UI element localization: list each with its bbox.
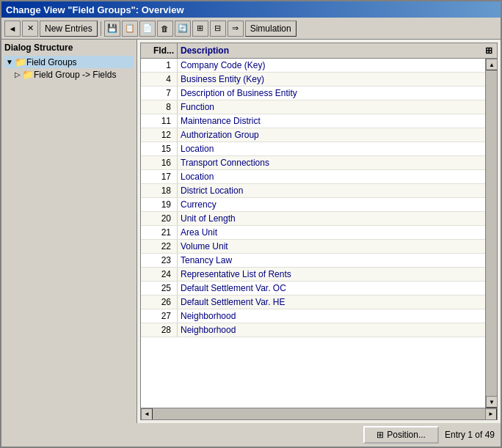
table-row[interactable]: 18District Location (141, 184, 485, 198)
delete-button[interactable]: 🗑 (157, 21, 173, 37)
deselect-button[interactable]: ⊟ (210, 21, 226, 37)
cell-fld: 17 (141, 170, 178, 183)
table-row[interactable]: 17Location (141, 170, 485, 184)
col-header-desc: Description (178, 43, 481, 58)
cell-fld: 15 (141, 142, 178, 155)
table-row[interactable]: 28Neighborhood (141, 323, 485, 337)
table-row[interactable]: 4Business Entity (Key) (141, 73, 485, 87)
position-button[interactable]: ⊞ Position... (363, 426, 439, 444)
hscroll-track[interactable] (153, 408, 485, 420)
cell-fld: 25 (141, 282, 178, 295)
cell-fld: 24 (141, 268, 178, 281)
table-row[interactable]: 24Representative List of Rents (141, 268, 485, 282)
table-row[interactable]: 8Function (141, 100, 485, 114)
sidebar-item-label-2: Field Group -> Fields (34, 70, 116, 80)
new-entries-button[interactable]: New Entries (40, 21, 98, 37)
cell-desc: Neighborhood (178, 309, 485, 323)
table-row[interactable]: 22Volume Unit (141, 240, 485, 254)
cell-desc: Function (178, 100, 485, 114)
cell-desc: Area Unit (178, 226, 485, 239)
refresh-button[interactable]: 🔄 (175, 21, 191, 37)
cell-desc: Company Code (Key) (178, 59, 485, 72)
table-row[interactable]: 25Default Settlement Var. OC (141, 282, 485, 295)
cell-desc: Volume Unit (178, 240, 485, 253)
entry-info: Entry 1 of 49 (445, 430, 495, 440)
tree-indent: ▷ 📁 Field Group -> Fields (13, 68, 134, 81)
sidebar-title: Dialog Structure (4, 43, 134, 53)
cell-desc: Business Entity (Key) (178, 73, 485, 86)
cell-fld: 16 (141, 156, 178, 169)
cell-fld: 21 (141, 226, 178, 239)
back-button[interactable]: ◄ (4, 21, 21, 37)
table-row[interactable]: 12Authorization Group (141, 128, 485, 142)
cell-desc: Representative List of Rents (178, 268, 485, 281)
save-button[interactable]: 💾 (104, 21, 120, 37)
sidebar: Dialog Structure ▼ 📁 Field Groups ▷ 📁 Fi… (1, 40, 137, 423)
select-all-button[interactable]: ⊞ (192, 21, 208, 37)
content-area: Fld... Description ⊞ 1Company Code (Key)… (137, 40, 501, 423)
cell-desc: Description of Business Entity (178, 87, 485, 100)
sidebar-item-field-group-fields[interactable]: ▷ 📁 Field Group -> Fields (13, 68, 134, 81)
cell-desc: Authorization Group (178, 128, 485, 142)
exit-button[interactable]: ✕ (22, 21, 38, 37)
sidebar-item-label-1: Field Groups (26, 57, 77, 67)
paste-button[interactable]: 📄 (139, 21, 156, 37)
cell-desc: Tenancy Law (178, 254, 485, 267)
table-header: Fld... Description ⊞ (141, 43, 497, 59)
scroll-down-button[interactable]: ▼ (486, 396, 497, 408)
toolbar: ◄ ✕ New Entries 💾 📋 📄 🗑 🔄 ⊞ ⊟ ⇒ Simulati… (1, 18, 501, 40)
expand-icon-2: ▷ (15, 70, 21, 78)
cell-desc: Unit of Length (178, 212, 485, 225)
table-settings-icon[interactable]: ⊞ (481, 44, 497, 57)
position-label: Position... (387, 430, 426, 440)
table-row[interactable]: 16Transport Connections (141, 156, 485, 170)
cell-fld: 28 (141, 323, 178, 337)
cell-desc: Neighborhood (178, 323, 485, 337)
position-icon: ⊞ (376, 430, 384, 440)
scroll-right-button[interactable]: ► (485, 408, 497, 420)
expand-icon: ▼ (6, 58, 13, 66)
cell-fld: 12 (141, 128, 178, 142)
cell-desc: Currency (178, 198, 485, 211)
cell-fld: 20 (141, 212, 178, 225)
table-scroll-wrapper: 1Company Code (Key)4Business Entity (Key… (141, 59, 497, 408)
simulation-button[interactable]: Simulation (245, 21, 297, 37)
folder-icon-2: 📁 (22, 69, 34, 80)
table-row[interactable]: 21Area Unit (141, 226, 485, 240)
table-row[interactable]: 27Neighborhood (141, 309, 485, 323)
table-row[interactable]: 20Unit of Length (141, 212, 485, 226)
cell-fld: 7 (141, 87, 178, 100)
cell-desc: Maintenance District (178, 114, 485, 128)
cell-fld: 27 (141, 309, 178, 323)
cell-fld: 19 (141, 198, 178, 211)
table-row[interactable]: 26Default Settlement Var. HE (141, 295, 485, 309)
scroll-track[interactable] (486, 70, 497, 396)
vertical-scrollbar[interactable]: ▲ ▼ (485, 59, 497, 408)
table-row[interactable]: 7Description of Business Entity (141, 87, 485, 100)
cell-desc: District Location (178, 184, 485, 197)
cell-fld: 11 (141, 114, 178, 128)
cell-fld: 4 (141, 73, 178, 86)
cell-desc: Location (178, 170, 485, 183)
cell-desc: Location (178, 142, 485, 155)
table-row[interactable]: 1Company Code (Key) (141, 59, 485, 73)
cell-fld: 26 (141, 295, 178, 309)
title-bar: Change View "Field Groups": Overview (1, 1, 501, 18)
col-header-fld: Fld... (141, 43, 178, 58)
cell-fld: 1 (141, 59, 178, 72)
separator1 (101, 21, 101, 36)
table-row[interactable]: 23Tenancy Law (141, 254, 485, 268)
transport-button[interactable]: ⇒ (228, 21, 244, 37)
scroll-left-button[interactable]: ◄ (141, 408, 153, 420)
copy-button[interactable]: 📋 (122, 21, 138, 37)
sidebar-item-field-groups[interactable]: ▼ 📁 Field Groups (4, 56, 134, 68)
horizontal-scrollbar: ◄ ► (141, 408, 497, 419)
cell-desc: Transport Connections (178, 156, 485, 169)
window-title: Change View "Field Groups": Overview (6, 4, 184, 15)
scroll-up-button[interactable]: ▲ (486, 59, 497, 70)
table-row[interactable]: 15Location (141, 142, 485, 156)
cell-desc: Default Settlement Var. HE (178, 295, 485, 309)
table-row[interactable]: 19Currency (141, 198, 485, 212)
table-row[interactable]: 11Maintenance District (141, 114, 485, 128)
cell-fld: 23 (141, 254, 178, 267)
